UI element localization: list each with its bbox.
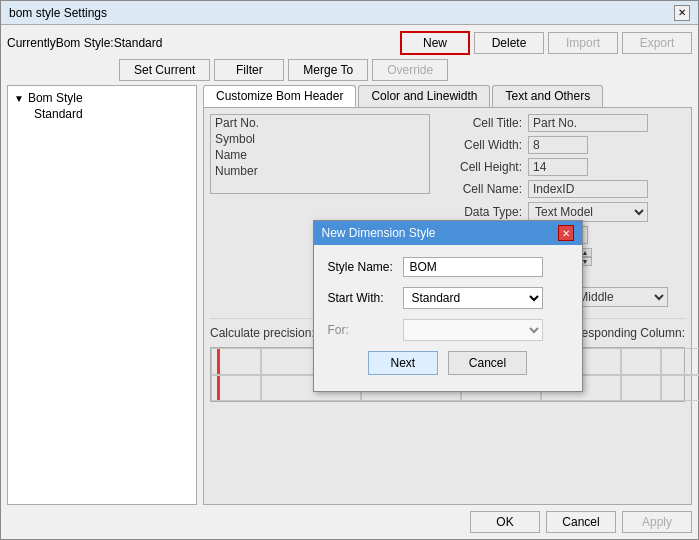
current-style-label: CurrentlyBom Style:Standard: [7, 36, 396, 50]
style-name-label: Style Name:: [328, 260, 403, 274]
footer-buttons: OK Cancel Apply: [7, 505, 692, 533]
tab-customize[interactable]: Customize Bom Header: [203, 85, 356, 107]
for-row: For:: [328, 319, 568, 341]
tab-color[interactable]: Color and Linewidth: [358, 85, 490, 107]
start-with-row: Start With: Standard: [328, 287, 568, 309]
start-with-label: Start With:: [328, 291, 403, 305]
dialog-body: Style Name: Start With: Standard: [314, 245, 582, 391]
expand-icon: ▼: [14, 93, 24, 104]
apply-button[interactable]: Apply: [622, 511, 692, 533]
tree-root-label: Bom Style: [28, 91, 83, 105]
dialog-title-bar: New Dimension Style ✕: [314, 221, 582, 245]
cancel-button[interactable]: Cancel: [546, 511, 616, 533]
start-with-select[interactable]: Standard: [403, 287, 543, 309]
set-current-button[interactable]: Set Current: [119, 59, 210, 81]
dialog-cancel-button[interactable]: Cancel: [448, 351, 527, 375]
dialog-buttons: Next Cancel: [328, 351, 568, 375]
tabs: Customize Bom Header Color and Linewidth…: [203, 85, 692, 108]
dialog-title-label: New Dimension Style: [322, 226, 436, 240]
window-close-button[interactable]: ✕: [674, 5, 690, 21]
header-row: CurrentlyBom Style:Standard New Delete I…: [7, 31, 692, 55]
new-dimension-dialog: New Dimension Style ✕ Style Name: Start …: [313, 220, 583, 392]
for-select: [403, 319, 543, 341]
dialog-close-button[interactable]: ✕: [558, 225, 574, 241]
tree-root[interactable]: ▼ Bom Style: [12, 90, 192, 106]
new-button[interactable]: New: [400, 31, 470, 55]
main-window: bom style Settings ✕ CurrentlyBom Style:…: [0, 0, 699, 540]
window-title: bom style Settings: [9, 6, 107, 20]
tab-content: Part No. Symbol Name Number Cell Title:: [203, 108, 692, 505]
tree-child-label: Standard: [34, 107, 83, 121]
dialog-overlay: New Dimension Style ✕ Style Name: Start …: [204, 108, 691, 504]
tab-text[interactable]: Text and Others: [492, 85, 603, 107]
style-name-input[interactable]: [403, 257, 543, 277]
header-row-2: Set Current Filter Merge To Override: [7, 59, 692, 81]
override-button[interactable]: Override: [372, 59, 448, 81]
main-content: ▼ Bom Style Standard Customize Bom Heade…: [7, 85, 692, 505]
left-panel: ▼ Bom Style Standard: [7, 85, 197, 505]
title-bar: bom style Settings ✕: [1, 1, 698, 25]
filter-button[interactable]: Filter: [214, 59, 284, 81]
for-label: For:: [328, 323, 403, 337]
window-body: CurrentlyBom Style:Standard New Delete I…: [1, 25, 698, 539]
import-button[interactable]: Import: [548, 32, 618, 54]
merge-to-button[interactable]: Merge To: [288, 59, 368, 81]
tree-child-standard[interactable]: Standard: [32, 106, 192, 122]
right-panel: Customize Bom Header Color and Linewidth…: [203, 85, 692, 505]
next-button[interactable]: Next: [368, 351, 438, 375]
delete-button[interactable]: Delete: [474, 32, 544, 54]
export-button[interactable]: Export: [622, 32, 692, 54]
style-name-row: Style Name:: [328, 257, 568, 277]
ok-button[interactable]: OK: [470, 511, 540, 533]
